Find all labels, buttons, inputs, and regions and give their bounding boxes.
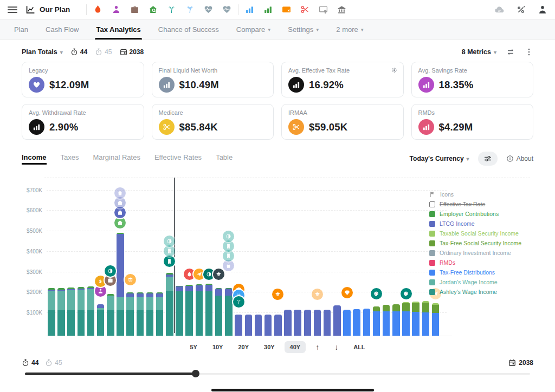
- bank-icon[interactable]: [337, 5, 346, 14]
- legend-item-ltcg-income[interactable]: LTCG Income: [429, 219, 533, 228]
- chart-bar-7[interactable]: [107, 294, 114, 336]
- kebab-menu-icon[interactable]: [525, 48, 533, 56]
- chart-tab-marginal-rates[interactable]: Marginal Rates: [93, 153, 140, 165]
- marker-building-icon[interactable]: [164, 245, 175, 257]
- tab-chance-of-success[interactable]: Chance of Success: [150, 19, 228, 40]
- chart-bar-37[interactable]: [402, 302, 410, 336]
- chart-bar-29[interactable]: [324, 310, 331, 336]
- menu-icon[interactable]: [8, 6, 17, 13]
- chart-bar-6[interactable]: [97, 304, 105, 336]
- chart-tab-effective-rates[interactable]: Effective Rates: [154, 153, 202, 165]
- range-20y-button[interactable]: 20Y: [233, 341, 254, 353]
- scissors-icon[interactable]: [300, 5, 309, 14]
- tab-tax-analytics[interactable]: Tax Analytics: [87, 19, 149, 40]
- house-search-icon[interactable]: [149, 5, 158, 14]
- marker-person-icon[interactable]: [95, 285, 106, 297]
- marker-graduation-icon[interactable]: [213, 269, 224, 280]
- chart-bar-34[interactable]: [373, 306, 380, 336]
- chart-bar-39[interactable]: [422, 301, 430, 336]
- chart-icon[interactable]: [245, 5, 254, 14]
- chart-bar-9[interactable]: [126, 292, 134, 336]
- marker-gem-icon[interactable]: [341, 287, 353, 298]
- chart-bar-5[interactable]: [87, 286, 95, 336]
- chart-bar-25[interactable]: [284, 310, 292, 336]
- metric-card-avg-savings-rate[interactable]: Avg. Savings Rate18.35%: [411, 62, 534, 97]
- chart-bar-8[interactable]: [117, 233, 124, 336]
- chart-bar-40[interactable]: [432, 303, 440, 336]
- metrics-count-select[interactable]: 8 Metrics ▾: [462, 48, 496, 56]
- cloud-check-icon[interactable]: [494, 5, 504, 15]
- chart-tab-taxes[interactable]: Taxes: [61, 153, 79, 165]
- marker-palette-icon[interactable]: [371, 288, 382, 299]
- chart-bar-19[interactable]: [225, 288, 233, 336]
- range-5y-button[interactable]: 5Y: [184, 341, 202, 353]
- card-x-icon[interactable]: [282, 5, 291, 14]
- legend-item-tax-free-social-security-income[interactable]: Tax-Free Social Security Income: [429, 238, 533, 248]
- heart-monitor-icon[interactable]: [222, 5, 231, 14]
- chart-bar-22[interactable]: [255, 315, 262, 336]
- swap-columns-icon[interactable]: [506, 48, 515, 56]
- marker-house-icon[interactable]: [114, 197, 126, 208]
- chart-bar-36[interactable]: [392, 304, 400, 336]
- chart-bar-4[interactable]: [78, 287, 85, 336]
- chart-tab-table[interactable]: Table: [216, 153, 233, 165]
- marker-building-icon[interactable]: [223, 250, 234, 262]
- marker-house-icon[interactable]: [114, 207, 126, 218]
- chart-bar-24[interactable]: [274, 315, 282, 336]
- chart-bar-35[interactable]: [383, 305, 390, 336]
- chart-bar-30[interactable]: [333, 305, 341, 336]
- range-up-button[interactable]: ↑: [310, 340, 325, 354]
- legend-item-effective-tax-rate[interactable]: Effective Tax Rate: [429, 199, 533, 209]
- legend-item-icons[interactable]: Icons: [429, 190, 533, 199]
- marker-pie-icon[interactable]: [223, 231, 234, 242]
- chart-bar-12[interactable]: [156, 292, 164, 336]
- chart-bar-21[interactable]: [245, 315, 253, 336]
- chart-bar-18[interactable]: [215, 288, 223, 336]
- legend-item-tax-free-distributions[interactable]: Tax-Free Distributions: [429, 267, 533, 277]
- marker-graduation-icon[interactable]: [312, 289, 323, 300]
- tab-2-more[interactable]: 2 more▾: [327, 19, 372, 40]
- metric-card-legacy[interactable]: Legacy$12.09M: [22, 62, 144, 97]
- chart-bar-14[interactable]: [176, 285, 183, 336]
- chart-bar-2[interactable]: [57, 288, 65, 336]
- chart-bar-11[interactable]: [146, 292, 154, 336]
- flame-icon[interactable]: [93, 5, 102, 14]
- range-10y-button[interactable]: 10Y: [207, 341, 229, 353]
- chart-bar-26[interactable]: [294, 310, 301, 336]
- chart-bar-13[interactable]: [166, 273, 173, 336]
- tab-cash-flow[interactable]: Cash Flow: [37, 19, 87, 40]
- chart-bar-33[interactable]: [363, 309, 371, 336]
- marker-building-icon[interactable]: [223, 240, 234, 252]
- about-link[interactable]: About: [506, 155, 533, 162]
- chart-icon[interactable]: [263, 5, 273, 14]
- legend-item-rmds[interactable]: RMDs: [429, 258, 533, 267]
- person-icon[interactable]: [538, 5, 547, 15]
- metric-card-irmaa[interactable]: IRMAA$59.05K: [281, 104, 404, 140]
- slider-handle[interactable]: [192, 370, 199, 377]
- chart-filter-button[interactable]: [478, 152, 498, 166]
- person-icon[interactable]: [112, 5, 121, 14]
- current-year-marker-line[interactable]: [174, 178, 175, 333]
- range-40y-button[interactable]: 40Y: [285, 341, 306, 353]
- marker-layers-icon[interactable]: [125, 274, 136, 285]
- range-down-button[interactable]: ↓: [329, 340, 344, 354]
- chart-bar-16[interactable]: [196, 284, 203, 336]
- percent-off-icon[interactable]: [516, 5, 526, 15]
- tab-settings[interactable]: Settings▾: [279, 19, 327, 40]
- range-all-button[interactable]: ALL: [348, 341, 370, 353]
- marker-pie-icon[interactable]: [105, 265, 116, 277]
- marker-bag-icon[interactable]: [114, 187, 126, 199]
- palm-icon[interactable]: [185, 5, 195, 14]
- legend-item-taxable-social-security-income[interactable]: Taxable Social Security Income: [429, 228, 533, 238]
- metric-card-avg-effective-tax-rate[interactable]: Avg. Effective Tax Rate16.92%: [281, 62, 404, 97]
- range-30y-button[interactable]: 30Y: [259, 341, 280, 353]
- marker-palette-icon[interactable]: [401, 288, 412, 299]
- marker-palm-icon[interactable]: [233, 296, 244, 308]
- currency-select[interactable]: Today's Currency ▾: [410, 155, 469, 162]
- scope-select[interactable]: Plan Totals ▾: [22, 48, 63, 56]
- chart-bar-1[interactable]: [48, 288, 55, 336]
- marker-pie-icon[interactable]: [164, 236, 175, 247]
- gear-icon[interactable]: [391, 67, 398, 74]
- heart-monitor-icon[interactable]: [204, 5, 213, 14]
- legend-item-ashley-s-wage-income[interactable]: Ashley's Wage Income: [429, 287, 533, 297]
